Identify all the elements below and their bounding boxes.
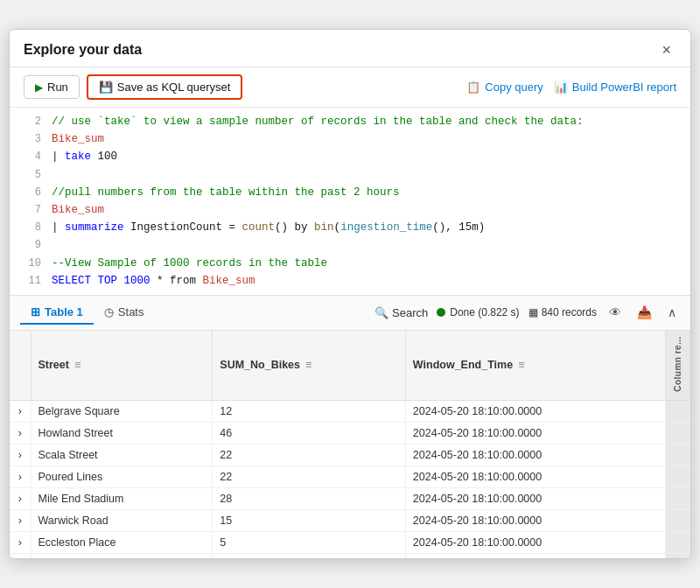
tab1-label: Table 1 (45, 305, 83, 318)
main-toolbar: ▶ Run 💾 Save as KQL queryset 📋 Copy quer… (10, 67, 690, 108)
cell-street: Belgrave Square (31, 400, 213, 422)
records-icon: ▦ (528, 306, 538, 318)
col-bikes: SUM_No_Bikes ≡ (213, 331, 406, 400)
cell-street: Grove End Road (31, 553, 213, 558)
expand-cell[interactable]: › (10, 444, 31, 466)
cell-bikes: 5 (213, 531, 406, 553)
expand-cell[interactable]: › (10, 509, 31, 531)
cell-time: 2024-05-20 18:10:00.0000 (405, 487, 665, 509)
cell-time: 2024-05-20 18:10:00.0000 (405, 531, 665, 553)
cell-settings (666, 444, 690, 466)
table-row: › Eccleston Place 5 2024-05-20 18:10:00.… (10, 531, 690, 553)
cell-time: 2024-05-20 18:10:00.0000 (405, 444, 665, 466)
copy-query-button[interactable]: 📋 Copy query (466, 80, 542, 94)
col-time: Window_End_Time ≡ (405, 331, 665, 400)
street-label: Street (38, 359, 69, 371)
table-icon: ⊞ (31, 305, 40, 318)
cell-street: Eccleston Place (31, 531, 213, 553)
results-tabs: ⊞ Table 1 ◷ Stats (20, 301, 154, 325)
cell-street: Howland Street (31, 422, 213, 444)
stats-icon: ◷ (104, 305, 114, 318)
col-settings-label: Column re... (673, 336, 682, 392)
table-row: › Grove End Road 15 2024-05-20 18:10:00.… (10, 553, 690, 558)
code-line-3: 3 Bike_sum (10, 130, 690, 148)
table-row: › Scala Street 22 2024-05-20 18:10:00.00… (10, 444, 690, 466)
code-line-2: 2 // use `take` to view a sample number … (10, 113, 690, 130)
expand-cell[interactable]: › (10, 487, 31, 509)
expand-cell[interactable]: › (10, 422, 31, 444)
cell-time: 2024-05-20 18:10:00.0000 (405, 509, 665, 531)
code-line-4: 4 | take 100 (10, 148, 690, 165)
table-row: › Mile End Stadium 28 2024-05-20 18:10:0… (10, 487, 690, 509)
table-row: › Howland Street 46 2024-05-20 18:10:00.… (10, 422, 690, 444)
save-kql-button[interactable]: 💾 Save as KQL queryset (87, 74, 243, 100)
code-line-5: 5 (10, 166, 690, 184)
save-icon: 💾 (99, 80, 113, 94)
close-button[interactable]: × (656, 40, 676, 60)
cell-bikes: 15 (213, 509, 406, 531)
cell-street: Warwick Road (31, 509, 213, 531)
records-badge: ▦ 840 records (528, 306, 597, 318)
powerbi-icon: 📊 (554, 80, 568, 94)
code-line-7: 7 Bike_sum (10, 201, 690, 219)
code-line-11: 11 SELECT TOP 1000 * from Bike_sum (10, 272, 690, 290)
cell-settings (666, 509, 690, 531)
bikes-sort-icon[interactable]: ≡ (305, 359, 312, 371)
powerbi-button[interactable]: 📊 Build PowerBI report (554, 80, 676, 94)
eye-button[interactable]: 👁 (606, 304, 625, 321)
explore-data-dialog: Explore your data × ▶ Run 💾 Save as KQL … (9, 29, 691, 559)
table-body: › Belgrave Square 12 2024-05-20 18:10:00… (10, 400, 690, 558)
table-row: › Belgrave Square 12 2024-05-20 18:10:00… (10, 400, 690, 422)
search-button[interactable]: 🔍 Search (374, 306, 428, 319)
cell-bikes: 22 (213, 444, 406, 466)
search-icon: 🔍 (374, 306, 388, 319)
code-editor[interactable]: 2 // use `take` to view a sample number … (10, 108, 690, 296)
dialog-header: Explore your data × (10, 30, 690, 67)
cell-time: 2024-05-20 18:10:00.0000 (405, 553, 665, 558)
cell-bikes: 28 (213, 487, 406, 509)
expand-cell[interactable]: › (10, 531, 31, 553)
code-line-6: 6 //pull numbers from the table within t… (10, 184, 690, 201)
powerbi-label: Build PowerBI report (572, 80, 676, 94)
code-line-10: 10 --View Sample of 1000 records in the … (10, 255, 690, 272)
save-label: Save as KQL queryset (117, 80, 231, 94)
status-text: Done (0.822 s) (450, 306, 519, 318)
cell-time: 2024-05-20 18:10:00.0000 (405, 400, 665, 422)
dialog-title: Explore your data (24, 42, 142, 58)
expand-header (10, 331, 31, 400)
expand-cell[interactable]: › (10, 553, 31, 558)
tab-table1[interactable]: ⊞ Table 1 (20, 301, 94, 325)
cell-settings (666, 422, 690, 444)
collapse-button[interactable]: ∧ (664, 304, 680, 321)
cell-bikes: 15 (213, 553, 406, 558)
search-label: Search (392, 306, 428, 319)
status-done: Done (0.822 s) (437, 306, 519, 318)
table-header-row: Street ≡ SUM_No_Bikes ≡ Window_End_Time (10, 331, 690, 400)
cell-street: Poured Lines (31, 466, 213, 487)
copy-label: Copy query (485, 80, 542, 94)
code-line-8: 8 | summarize IngestionCount = count() b… (10, 219, 690, 236)
run-button[interactable]: ▶ Run (24, 75, 80, 99)
results-toolbar: ⊞ Table 1 ◷ Stats 🔍 Search Done (0.822 s… (10, 296, 690, 331)
run-label: Run (47, 80, 68, 94)
copy-icon: 📋 (466, 80, 480, 94)
cell-street: Scala Street (31, 444, 213, 466)
street-sort-icon[interactable]: ≡ (74, 359, 80, 371)
col-settings-header[interactable]: Column re... (666, 331, 690, 400)
cell-settings (666, 400, 690, 422)
expand-cell[interactable]: › (10, 466, 31, 487)
download-button[interactable]: 📥 (634, 304, 655, 321)
time-label: Window_End_Time (413, 359, 513, 371)
tab-stats[interactable]: ◷ Stats (94, 301, 155, 325)
cell-settings (666, 531, 690, 553)
cell-bikes: 46 (213, 422, 406, 444)
expand-cell[interactable]: › (10, 400, 31, 422)
cell-bikes: 22 (213, 466, 406, 487)
time-sort-icon[interactable]: ≡ (518, 359, 524, 371)
records-text: 840 records (542, 306, 597, 318)
col-street: Street ≡ (31, 331, 213, 400)
toolbar-left: ▶ Run 💾 Save as KQL queryset (24, 74, 242, 100)
bikes-label: SUM_No_Bikes (220, 359, 300, 371)
cell-settings (666, 553, 690, 558)
table-row: › Poured Lines 22 2024-05-20 18:10:00.00… (10, 466, 690, 487)
